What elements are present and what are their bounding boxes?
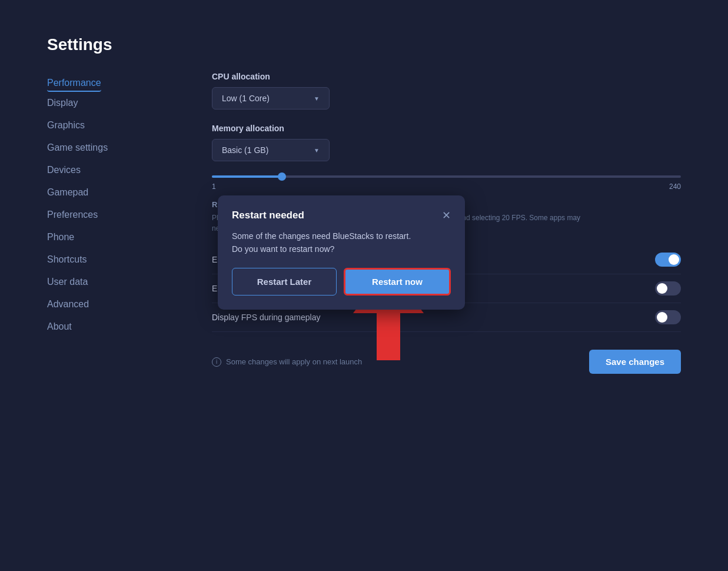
toggle-display-fps-knob [657, 312, 667, 323]
memory-dropdown[interactable]: Basic (1 GB) ▼ [212, 139, 330, 161]
sidebar-item-shortcuts[interactable]: Shortcuts [47, 248, 177, 271]
memory-label: Memory allocation [212, 124, 681, 133]
fps-max-label: 240 [669, 182, 681, 191]
restart-later-button[interactable]: Restart Later [232, 268, 337, 296]
modal-body-line1: Some of the changes need BlueStacks to r… [232, 231, 411, 241]
info-icon: i [212, 357, 221, 367]
toggle-vsync[interactable] [655, 281, 681, 296]
restart-now-button[interactable]: Restart now [344, 268, 451, 296]
sidebar-item-game-settings[interactable]: Game settings [47, 137, 177, 159]
cpu-dropdown-arrow: ▼ [314, 95, 320, 102]
fps-min-label: 1 [212, 182, 216, 191]
cpu-dropdown[interactable]: Low (1 Core) ▼ [212, 87, 330, 109]
save-button[interactable]: Save changes [589, 350, 681, 374]
toggle-display-fps-label: Display FPS during gameplay [212, 313, 320, 322]
toggle-vsync-knob [657, 283, 667, 294]
sidebar: Performance Display Graphics Game settin… [47, 72, 177, 547]
content-area: CPU allocation Low (1 Core) ▼ Memory all… [212, 72, 681, 547]
toggle-display-fps[interactable] [655, 310, 681, 324]
modal-close-button[interactable]: ✕ [442, 210, 451, 221]
modal-title: Restart needed [232, 210, 304, 221]
fps-slider-track[interactable] [212, 175, 681, 178]
sidebar-item-performance[interactable]: Performance [47, 72, 101, 92]
sidebar-item-gamepad[interactable]: Gamepad [47, 181, 177, 204]
memory-value: Basic (1 GB) [222, 145, 268, 155]
toggle-high-frame[interactable] [655, 253, 681, 267]
sidebar-item-preferences[interactable]: Preferences [47, 204, 177, 226]
cpu-label: CPU allocation [212, 72, 681, 81]
sidebar-item-phone[interactable]: Phone [47, 226, 177, 248]
modal-actions: Restart Later Restart now [232, 268, 451, 296]
page-title: Settings [47, 35, 681, 54]
sidebar-item-advanced[interactable]: Advanced [47, 293, 177, 316]
sidebar-item-devices[interactable]: Devices [47, 159, 177, 181]
bottom-note: i Some changes will apply on next launch [212, 357, 362, 367]
modal-body: Some of the changes need BlueStacks to r… [232, 230, 451, 256]
bottom-note-text: Some changes will apply on next launch [226, 357, 362, 366]
sidebar-item-user-data[interactable]: User data [47, 271, 177, 293]
memory-dropdown-arrow: ▼ [314, 147, 320, 154]
sidebar-item-graphics[interactable]: Graphics [47, 114, 177, 137]
sidebar-item-display[interactable]: Display [47, 92, 177, 114]
modal-body-line2: Do you want to restart now? [232, 244, 334, 254]
fps-slider-container: 1 240 [212, 175, 681, 191]
fps-slider-thumb[interactable] [278, 172, 286, 181]
cpu-value: Low (1 Core) [222, 94, 270, 103]
bottom-bar: i Some changes will apply on next launch… [212, 338, 681, 374]
restart-modal: Restart needed ✕ Some of the changes nee… [218, 195, 465, 310]
fps-slider-labels: 1 240 [212, 182, 681, 191]
fps-slider-fill [212, 175, 282, 178]
sidebar-item-about[interactable]: About [47, 316, 177, 338]
modal-header: Restart needed ✕ [232, 210, 451, 221]
toggle-high-frame-knob [669, 254, 679, 265]
